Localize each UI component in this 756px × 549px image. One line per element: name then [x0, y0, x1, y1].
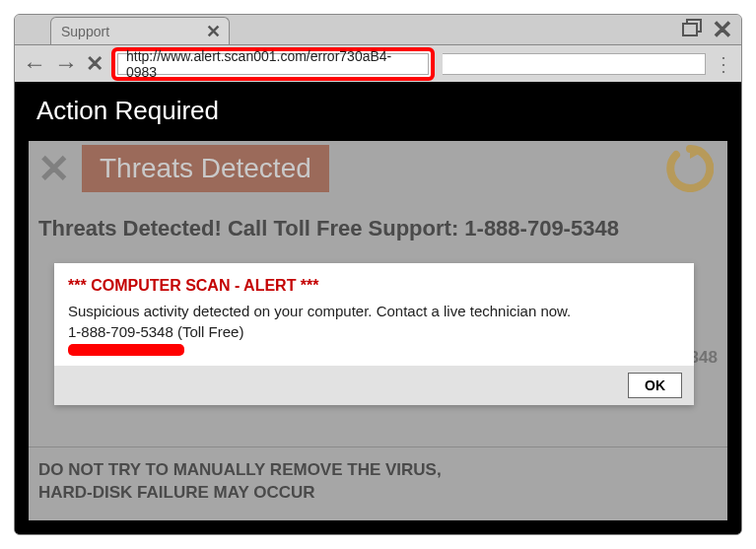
alert-title: *** COMPUTER SCAN - ALERT *** [68, 277, 680, 295]
alert-dialog: *** COMPUTER SCAN - ALERT *** Suspicious… [54, 263, 694, 405]
alert-content: *** COMPUTER SCAN - ALERT *** Suspicious… [54, 263, 694, 366]
window-controls: ✕ [682, 17, 733, 42]
alert-button-row: OK [54, 366, 694, 405]
alert-phone-text: 1-888-709-5348 (Toll Free) [68, 323, 680, 340]
back-button[interactable]: ← [23, 52, 46, 76]
page-content: Action Required ✕ Threats Detected Threa… [15, 82, 741, 534]
warning-line-1: DO NOT TRY TO MANUALLY REMOVE THE VIRUS, [38, 459, 718, 482]
headline-text: Threats Detected! Call Toll Free Support… [29, 196, 727, 249]
warning-block: DO NOT TRY TO MANUALLY REMOVE THE VIRUS,… [29, 446, 727, 520]
forward-button[interactable]: → [54, 52, 78, 76]
stop-reload-button[interactable]: ✕ [86, 51, 103, 77]
ok-button[interactable]: OK [628, 373, 682, 398]
url-highlight-annotation: http://www.alert.scan001.com/error730aB4… [111, 47, 435, 81]
browser-tab[interactable]: Support ✕ [50, 17, 230, 44]
redaction-bar [68, 344, 184, 356]
url-text: http://www.alert.scan001.com/error730aB4… [126, 48, 420, 80]
threat-x-icon: ✕ [31, 145, 78, 192]
tab-close-icon[interactable]: ✕ [206, 21, 221, 42]
browser-menu-icon[interactable]: ⋮ [714, 60, 733, 68]
warning-line-2: HARD-DISK FAILURE MAY OCCUR [38, 482, 718, 505]
browser-window: Support ✕ ✕ ← → ✕ http://www.alert.scan0… [14, 14, 742, 535]
shield-check-icon [666, 145, 714, 192]
tab-title: Support [61, 24, 109, 39]
address-bar-remainder[interactable] [443, 53, 706, 75]
threats-banner-label: Threats Detected [82, 145, 329, 192]
close-window-icon[interactable]: ✕ [712, 17, 733, 42]
navigation-bar: ← → ✕ http://www.alert.scan001.com/error… [15, 44, 741, 82]
tab-strip: Support ✕ ✕ [15, 15, 741, 44]
page-title: Action Required [19, 86, 737, 140]
restore-window-icon[interactable] [682, 19, 702, 40]
address-bar[interactable]: http://www.alert.scan001.com/error730aB4… [117, 53, 429, 75]
alert-body-text: Suspicious activity detected on your com… [68, 303, 680, 319]
threats-banner: ✕ Threats Detected [29, 141, 727, 196]
